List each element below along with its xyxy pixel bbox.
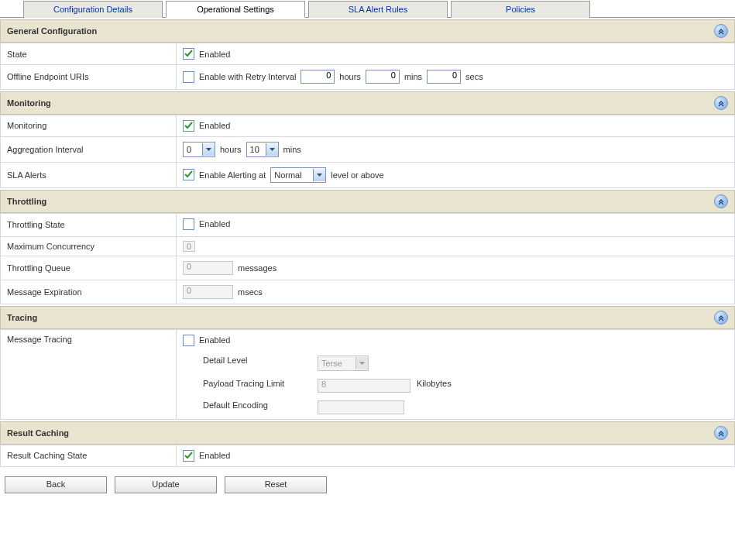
checkbox-sla-enable[interactable] <box>183 169 194 180</box>
section-header-result-caching: Result Caching <box>0 421 735 445</box>
section-monitoring: Monitoring Monitoring Enabled Aggregatio… <box>0 91 735 188</box>
collapse-icon[interactable] <box>714 194 728 208</box>
text-sla-post: level or above <box>331 170 384 180</box>
label-aggregation-interval: Aggregation Interval <box>1 136 177 162</box>
text-enabled: Enabled <box>199 121 230 130</box>
checkbox-monitoring-enabled[interactable] <box>183 120 194 132</box>
label-result-caching-state: Result Caching State <box>1 445 177 466</box>
input-retry-secs[interactable]: 0 <box>427 70 461 84</box>
back-button[interactable]: Back <box>5 476 107 493</box>
text-enabled: Enabled <box>199 335 230 345</box>
unit-messages: messages <box>238 263 276 273</box>
label-throttling-queue: Throttling Queue <box>1 256 177 280</box>
unit-kilobytes: Kilobytes <box>417 379 452 393</box>
unit-secs: secs <box>465 72 483 81</box>
tab-policies[interactable]: Policies <box>451 1 590 18</box>
tab-bar: Configuration Details Operational Settin… <box>0 0 735 18</box>
input-payload-limit[interactable]: 8 <box>318 379 410 393</box>
checkbox-tracing-enabled[interactable] <box>183 335 194 346</box>
text-enabled: Enabled <box>199 219 230 228</box>
input-default-encoding[interactable] <box>318 400 404 414</box>
tab-sla-alert-rules[interactable]: SLA Alert Rules <box>308 1 448 18</box>
unit-hours: hours <box>220 145 242 154</box>
text-enabled: Enabled <box>199 50 230 59</box>
section-title: Result Caching <box>7 428 69 438</box>
tab-config-details[interactable]: Configuration Details <box>23 1 163 18</box>
section-header-throttling: Throttling <box>0 190 735 213</box>
section-throttling: Throttling Throttling State Enabled Maxi… <box>0 190 735 304</box>
section-result-caching: Result Caching Result Caching State Enab… <box>0 421 735 467</box>
collapse-icon[interactable] <box>714 24 728 38</box>
section-header-general: General Configuration <box>0 19 735 43</box>
label-default-encoding: Default Encoding <box>203 400 311 414</box>
unit-mins: mins <box>283 145 301 154</box>
section-title: Tracing <box>7 313 37 322</box>
collapse-icon[interactable] <box>714 311 728 325</box>
update-button[interactable]: Update <box>115 476 217 493</box>
chevron-down-icon <box>355 357 368 369</box>
reset-button[interactable]: Reset <box>225 476 327 493</box>
label-state: State <box>1 43 177 65</box>
section-general: General Configuration State Enabled Offl… <box>0 19 735 90</box>
input-retry-hours[interactable]: 0 <box>301 70 335 84</box>
input-message-expiration[interactable]: 0 <box>183 285 233 299</box>
unit-mins: mins <box>404 72 422 81</box>
collapse-icon[interactable] <box>714 96 728 110</box>
tab-operational-settings[interactable]: Operational Settings <box>166 1 305 18</box>
unit-msecs: msecs <box>238 287 263 297</box>
label-offline-endpoint: Offline Endpoint URIs <box>1 65 177 90</box>
section-title: Monitoring <box>7 98 51 108</box>
section-title: Throttling <box>7 197 46 206</box>
text-sla-pre: Enable Alerting at <box>199 170 266 180</box>
chevron-down-icon <box>202 143 215 156</box>
input-retry-mins[interactable]: 0 <box>366 70 400 84</box>
input-max-concurrency[interactable]: 0 <box>183 241 195 252</box>
checkbox-state-enabled[interactable] <box>183 48 194 60</box>
label-message-tracing: Message Tracing <box>1 329 177 419</box>
section-header-tracing: Tracing <box>0 306 735 329</box>
section-header-monitoring: Monitoring <box>0 91 735 115</box>
chevron-down-icon <box>266 143 278 156</box>
label-throttling-state: Throttling State <box>1 213 177 236</box>
label-message-expiration: Message Expiration <box>1 280 177 304</box>
select-agg-hours[interactable]: 0 <box>183 142 215 157</box>
button-bar: Back Update Reset <box>0 467 735 503</box>
select-sla-level[interactable]: Normal <box>270 167 326 183</box>
select-agg-mins[interactable]: 10 <box>246 142 279 157</box>
unit-hours: hours <box>339 72 361 81</box>
label-max-concurrency: Maximum Concurrency <box>1 236 177 256</box>
checkbox-offline-enable[interactable] <box>183 71 194 83</box>
label-monitoring: Monitoring <box>1 115 177 136</box>
collapse-icon[interactable] <box>714 426 728 440</box>
text-enabled: Enabled <box>199 451 230 460</box>
input-throttling-queue[interactable]: 0 <box>183 261 233 275</box>
chevron-down-icon <box>313 169 325 181</box>
section-title: General Configuration <box>7 26 97 36</box>
label-payload-limit: Payload Tracing Limit <box>203 379 311 393</box>
select-detail-level[interactable]: Terse <box>318 356 369 371</box>
label-sla-alerts: SLA Alerts <box>1 162 177 187</box>
text-offline: Enable with Retry Interval <box>199 72 296 81</box>
label-detail-level: Detail Level <box>203 356 311 371</box>
checkbox-result-caching-enabled[interactable] <box>183 450 194 462</box>
checkbox-throttling-enabled[interactable] <box>183 218 194 230</box>
section-tracing: Tracing Message Tracing Enabled Detail L… <box>0 306 735 420</box>
